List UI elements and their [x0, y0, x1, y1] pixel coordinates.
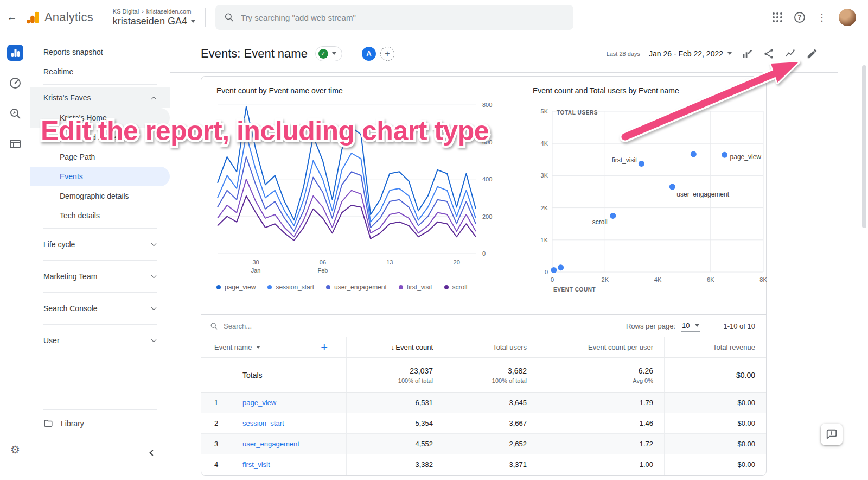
legend-item-first-visit[interactable]: first_visit — [399, 283, 432, 291]
global-search[interactable] — [215, 5, 573, 30]
sidebar-section-search-console[interactable]: Search Console — [30, 295, 170, 321]
row-cell-total-users: 3,371 — [444, 454, 538, 475]
event-name-link[interactable]: first_visit — [242, 460, 270, 469]
chevron-down-icon — [256, 346, 260, 349]
svg-text:20: 20 — [454, 259, 460, 266]
breadcrumb: KS Digital › kristaseiden.com — [113, 8, 195, 15]
line-chart-panel: Event count by Event name over time 0200… — [201, 77, 516, 314]
legend-item-scroll[interactable]: scroll — [444, 283, 468, 291]
legend-item-user-engagement[interactable]: user_engagement — [326, 283, 387, 291]
sidebar-item-krista-s-home[interactable]: Krista's Home — [30, 108, 170, 128]
sidebar-section-kristas-faves[interactable]: Krista's Faves — [30, 87, 170, 108]
admin-gear-icon[interactable]: ⚙ — [10, 443, 20, 456]
property-selector[interactable]: kristaseiden GA4 — [113, 16, 195, 27]
sidebar-item-realtime[interactable]: Realtime — [30, 62, 170, 81]
search-input[interactable] — [241, 13, 565, 22]
divider — [43, 439, 157, 439]
row-dimension-cell: 2session_start — [201, 413, 346, 433]
nav-explore-icon[interactable] — [7, 105, 23, 122]
row-cell-revenue: $0.00 — [664, 434, 766, 454]
property-name: kristaseiden GA4 — [113, 16, 187, 27]
sidebar-item-library[interactable]: Library — [30, 413, 170, 434]
help-icon[interactable]: ? — [794, 12, 805, 23]
scatter-chart[interactable]: 02K4K6K8K01K2K3K4K5KTOTAL USERSEVENT COU… — [533, 103, 774, 299]
dimension-column-label: Event name — [214, 343, 252, 351]
feedback-button[interactable] — [821, 424, 843, 445]
comparison-avatar[interactable]: A — [362, 47, 376, 61]
legend-item-session-start[interactable]: session_start — [267, 283, 314, 291]
edit-report-pencil-icon[interactable] — [806, 47, 819, 60]
more-vertical-icon[interactable]: ⋮ — [817, 11, 827, 23]
sidebar-section-life-cycle[interactable]: Life cycle — [30, 231, 170, 257]
totals-event-count: 23,037 100% of total — [346, 358, 444, 392]
sidebar-section-user[interactable]: User — [30, 327, 170, 353]
nav-advertising-icon[interactable] — [7, 136, 23, 152]
svg-text:200: 200 — [482, 213, 492, 220]
svg-text:0: 0 — [545, 269, 548, 275]
event-name-link[interactable]: user_engagement — [242, 440, 299, 448]
breadcrumb-account[interactable]: KS Digital — [113, 8, 139, 15]
report-card: Event count by Event name over time 0200… — [201, 76, 767, 476]
row-cell-event-count: 3,382 — [346, 454, 444, 475]
legend-label: page_view — [225, 283, 256, 291]
user-avatar[interactable] — [839, 9, 856, 26]
chevron-down-icon — [151, 273, 157, 279]
report-nav-sidebar: Reports snapshotRealtime Krista's Faves … — [30, 35, 170, 480]
svg-text:5K: 5K — [541, 108, 548, 115]
row-index: 4 — [214, 460, 231, 469]
table-search-input[interactable] — [224, 322, 316, 330]
event-name-link[interactable]: session_start — [242, 419, 284, 427]
rows-per-page-select[interactable]: 10 — [681, 320, 700, 332]
column-header-total-users[interactable]: Total users — [444, 337, 538, 357]
add-column-button[interactable]: + — [321, 340, 328, 355]
sidebar-item-reports-snapshot[interactable]: Reports snapshot — [30, 42, 170, 62]
scatter-point-session-start[interactable] — [691, 151, 697, 157]
divider — [43, 292, 157, 293]
collapse-sidebar-button[interactable] — [30, 442, 170, 464]
legend-dot — [326, 285, 330, 289]
legend-item-page-view[interactable]: page_view — [216, 283, 256, 291]
insights-icon[interactable] — [784, 47, 797, 60]
nav-home-gauge-icon[interactable] — [7, 75, 23, 91]
add-comparison-button[interactable]: + — [380, 47, 394, 61]
sidebar-item-demographic-details[interactable]: Demographic details — [30, 186, 170, 206]
sidebar-item-tech-details[interactable]: Tech details — [30, 206, 170, 225]
report-status-dropdown[interactable]: ✓ — [315, 46, 342, 61]
edit-comparisons-icon[interactable] — [741, 47, 754, 60]
sidebar-item-page-path[interactable]: Page Path — [30, 147, 170, 167]
column-header-event-count[interactable]: ↓ Event count — [346, 337, 444, 357]
table-search[interactable] — [201, 315, 346, 337]
scatter-point-first-visit[interactable] — [639, 161, 644, 167]
scrollbar-thumb[interactable] — [862, 65, 866, 228]
library-label: Library — [61, 419, 84, 428]
sidebar-item-events[interactable]: Events — [30, 167, 170, 186]
apps-grid-icon[interactable] — [773, 12, 782, 22]
scatter-label-scroll: scroll — [592, 218, 608, 226]
date-range-picker[interactable]: Jan 26 - Feb 22, 2022 — [649, 49, 732, 58]
table-controls: Rows per page: 10 1-10 of 10 — [201, 314, 766, 337]
table-body: 1page_view6,5313,6451.79$0.002session_st… — [201, 393, 766, 475]
column-header-event-count-per-user[interactable]: Event count per user — [538, 337, 664, 357]
scatter-point-misc[interactable] — [551, 267, 557, 273]
event-name-link[interactable]: page_view — [242, 399, 276, 407]
scatter-point-scroll[interactable] — [610, 213, 616, 219]
svg-text:800: 800 — [482, 102, 492, 108]
svg-text:Jan: Jan — [251, 267, 261, 274]
scatter-point-misc[interactable] — [558, 264, 564, 270]
column-header-event-name[interactable]: Event name + — [201, 337, 346, 357]
svg-text:6K: 6K — [707, 276, 714, 283]
column-header-total-revenue[interactable]: Total revenue — [664, 337, 766, 357]
chevron-down-icon — [151, 337, 157, 343]
row-cell-total-users: 3,645 — [444, 393, 538, 413]
row-cell-per-user: 1.00 — [538, 454, 664, 475]
sidebar-item-pages-and-screens[interactable]: Pages and screens — [30, 128, 170, 147]
scatter-point-page-view[interactable] — [722, 152, 727, 158]
nav-reports-icon[interactable] — [7, 45, 23, 61]
back-arrow-icon[interactable]: ← — [0, 11, 24, 23]
line-chart[interactable]: 020040060080030Jan06Feb1320 — [216, 95, 509, 277]
row-index: 3 — [214, 440, 231, 448]
breadcrumb-property[interactable]: kristaseiden.com — [146, 8, 192, 15]
sidebar-section-marketing-team[interactable]: Marketing Team — [30, 263, 170, 289]
share-icon[interactable] — [762, 47, 775, 60]
scatter-point-user-engagement[interactable] — [669, 184, 675, 190]
